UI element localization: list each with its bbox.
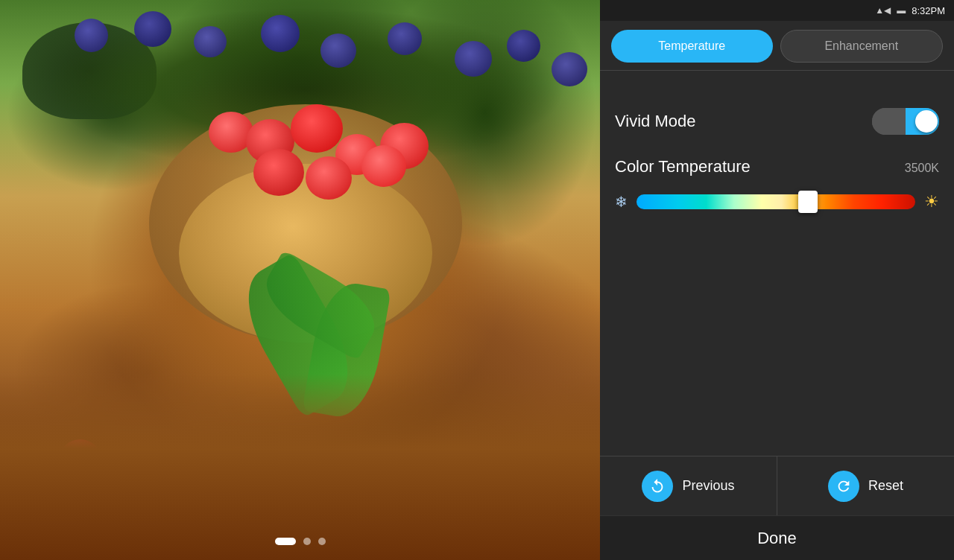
slider-container: ❄ ☀: [615, 188, 939, 215]
cold-icon: ❄: [615, 193, 628, 211]
dot-2[interactable]: [303, 538, 311, 545]
color-temp-value: 3500K: [905, 162, 939, 175]
time-display: 8:32PM: [912, 5, 945, 16]
reset-icon: [828, 471, 859, 502]
warm-icon: ☀: [924, 192, 939, 211]
previous-button[interactable]: Previous: [600, 456, 777, 515]
previous-icon: [642, 471, 673, 502]
tabs-row: Temperature Enhancement: [600, 21, 954, 70]
reset-label: Reset: [868, 478, 903, 494]
vivid-mode-toggle[interactable]: ON: [872, 108, 939, 135]
slider-track-wrapper[interactable]: [636, 188, 915, 215]
previous-label: Previous: [682, 478, 734, 494]
dot-indicators: [275, 538, 326, 545]
vivid-mode-label: Vivid Mode: [615, 112, 695, 131]
toggle-off-part: [872, 108, 906, 135]
enhancement-tab[interactable]: Enhancement: [780, 30, 944, 63]
battery-icon: ▬: [897, 5, 906, 16]
reset-button[interactable]: Reset: [777, 456, 954, 515]
done-label: Done: [757, 529, 797, 548]
vivid-mode-row: Vivid Mode ON: [615, 108, 939, 135]
settings-content: Vivid Mode ON Color Temperature 3500K ❄: [600, 71, 954, 456]
color-temp-label: Color Temperature: [615, 157, 751, 176]
dot-3[interactable]: [318, 538, 326, 545]
status-bar: ▲◀ ▬ 8:32PM: [600, 0, 954, 21]
color-temp-header: Color Temperature 3500K: [615, 157, 939, 176]
slider-track: [636, 194, 915, 209]
right-panel: ▲◀ ▬ 8:32PM Temperature Enhancement Vivi…: [600, 0, 954, 560]
image-panel: [0, 0, 600, 560]
temperature-tab[interactable]: Temperature: [611, 30, 773, 63]
toggle-knob: [915, 110, 938, 133]
slider-thumb[interactable]: [798, 191, 818, 213]
color-temperature-section: Color Temperature 3500K ❄ ☀: [615, 157, 939, 215]
berries-image: [0, 0, 600, 560]
main-layout: ▲◀ ▬ 8:32PM Temperature Enhancement Vivi…: [0, 0, 954, 560]
done-button[interactable]: Done: [600, 515, 954, 560]
wifi-icon: ▲◀: [875, 5, 891, 16]
dot-1[interactable]: [275, 538, 296, 545]
bottom-buttons: Previous Reset: [600, 456, 954, 515]
